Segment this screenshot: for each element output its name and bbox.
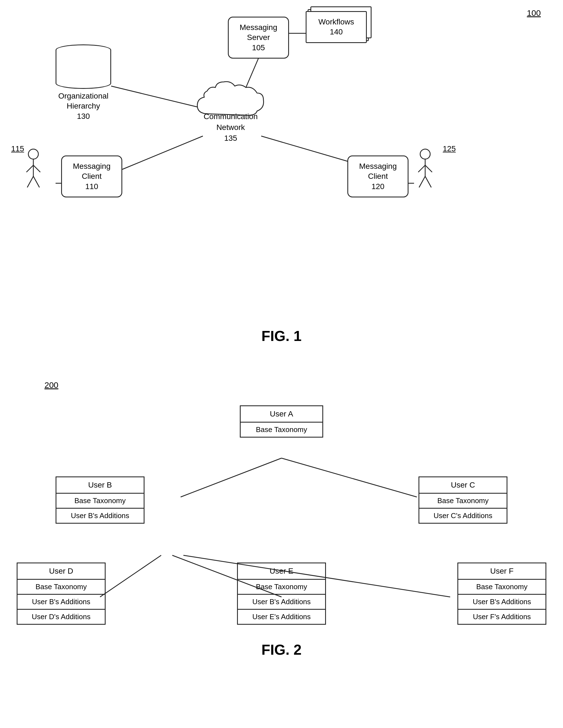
org-hierarchy-container: Organizational Hierarchy 130 (56, 44, 111, 121)
org-hierarchy-label: Organizational Hierarchy 130 (56, 91, 111, 121)
msg-client-120-number: 120 (351, 182, 405, 192)
workflows-label: Workflows (309, 17, 363, 27)
svg-point-7 (28, 149, 38, 159)
user-d-row-2: User D's Additions (17, 610, 105, 624)
svg-line-9 (26, 165, 33, 172)
user-d-header: User D (17, 563, 105, 580)
user-f-header: User F (458, 563, 546, 580)
user-f-row-1: User B's Additions (458, 595, 546, 610)
msg-client-110-label: MessagingClient (65, 161, 119, 182)
user-a-header: User A (241, 406, 322, 423)
svg-line-12 (33, 176, 39, 187)
user-c-header: User C (419, 477, 507, 494)
user-d-box: User D Base Taxonomy User B's Additions … (17, 563, 106, 625)
user-b-row-1: User B's Additions (56, 509, 144, 523)
user-a-row-0: Base Taxonomy (241, 423, 322, 437)
user-e-row-2: User E's Additions (238, 610, 325, 624)
workflows-number: 140 (309, 27, 363, 37)
person-115: 115 (22, 147, 44, 193)
fig1-section: 100 Messaging Server 105 Workflows 140 (0, 0, 563, 350)
messaging-server-label: Messaging Server (231, 22, 286, 43)
level1-row: User A Base Taxonomy (0, 378, 563, 438)
user-e-row-0: Base Taxonomy (238, 580, 325, 595)
svg-line-10 (33, 165, 40, 172)
user-b-box: User B Base Taxonomy User B's Additions (56, 476, 144, 524)
user-e-header: User E (238, 563, 325, 580)
svg-line-17 (419, 176, 425, 187)
fig2-section: 200 User A Base Taxonomy User B (0, 366, 563, 702)
messaging-client-110-box: MessagingClient 110 (61, 155, 122, 197)
user-c-row-0: Base Taxonomy (419, 494, 507, 509)
svg-line-15 (418, 165, 425, 172)
svg-line-18 (425, 176, 431, 187)
messaging-server-box: Messaging Server 105 (228, 17, 289, 59)
person-125-icon (414, 147, 436, 192)
workflows-box-container: Workflows 140 (306, 11, 367, 47)
comm-network-text: Communication Network 135 (189, 111, 272, 144)
user-f-box: User F Base Taxonomy User B's Additions … (457, 563, 546, 625)
person-115-icon (22, 147, 44, 192)
workflows-box: Workflows 140 (306, 11, 367, 43)
ref-125: 125 (443, 144, 456, 153)
ref-100: 100 (527, 8, 541, 18)
user-d-row-0: Base Taxonomy (17, 580, 105, 595)
svg-line-11 (27, 176, 33, 187)
user-d-row-1: User B's Additions (17, 595, 105, 610)
comm-network-container: Communication Network 135 (189, 78, 272, 144)
fig2-label: FIG. 2 (0, 625, 563, 669)
cylinder-shape (56, 44, 111, 89)
user-c-row-1: User C's Additions (419, 509, 507, 523)
fig1-label: FIG. 1 (0, 328, 563, 344)
messaging-client-120-box: MessagingClient 120 (347, 155, 409, 197)
cylinder-body (56, 50, 111, 89)
user-f-row-2: User F's Additions (458, 610, 546, 624)
msg-client-110-number: 110 (65, 182, 119, 192)
user-b-header: User B (56, 477, 144, 494)
user-e-box: User E Base Taxonomy User B's Additions … (237, 563, 326, 625)
person-125: 125 (414, 147, 436, 193)
user-c-box: User C Base Taxonomy User C's Additions (419, 476, 507, 524)
messaging-server-number: 105 (231, 43, 286, 53)
msg-client-120-label: MessagingClient (351, 161, 405, 182)
level2-row: User B Base Taxonomy User B's Additions … (0, 476, 563, 524)
user-e-row-1: User B's Additions (238, 595, 325, 610)
user-a-box: User A Base Taxonomy (240, 405, 323, 438)
level3-row: User D Base Taxonomy User B's Additions … (0, 563, 563, 625)
svg-line-16 (425, 165, 432, 172)
user-f-row-0: Base Taxonomy (458, 580, 546, 595)
user-b-row-0: Base Taxonomy (56, 494, 144, 509)
fig2-tree-wrapper: User A Base Taxonomy User B Base Taxonom… (0, 378, 563, 625)
svg-point-13 (420, 149, 430, 159)
ref-115: 115 (11, 144, 24, 153)
